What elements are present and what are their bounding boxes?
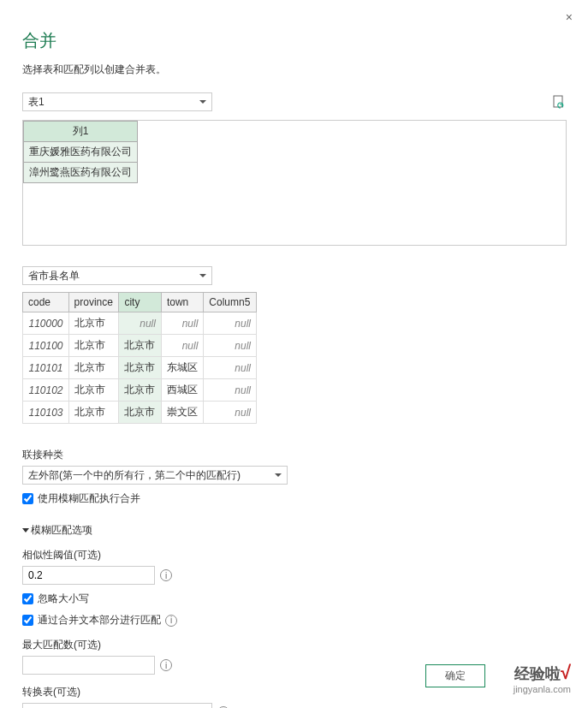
close-icon[interactable]: × xyxy=(566,10,573,24)
dialog-subtitle: 选择表和匹配列以创建合并表。 xyxy=(22,62,566,77)
ignore-case-label: 忽略大小写 xyxy=(38,592,89,606)
transform-table-dropdown[interactable] xyxy=(22,703,212,708)
ok-button[interactable]: 确定 xyxy=(425,664,485,687)
match-text-parts-label: 通过合并文本部分进行匹配 xyxy=(38,613,161,628)
table-cell[interactable]: null xyxy=(204,357,257,379)
fuzzy-match-checkbox-row[interactable]: 使用模糊匹配执行合并 xyxy=(22,491,566,506)
table-cell[interactable]: 110000 xyxy=(23,312,69,335)
table-cell[interactable]: 北京市 xyxy=(68,312,119,335)
table-cell[interactable]: null xyxy=(161,335,203,357)
table-cell[interactable]: 北京市 xyxy=(68,402,119,424)
dialog-title: 合并 xyxy=(22,29,566,52)
table-cell[interactable]: null xyxy=(119,312,161,335)
table-cell[interactable]: null xyxy=(204,312,257,335)
table-cell[interactable]: 110103 xyxy=(23,402,69,424)
table-cell[interactable]: 东城区 xyxy=(161,357,203,379)
ignore-case-row[interactable]: 忽略大小写 xyxy=(22,592,566,606)
column-header[interactable]: city xyxy=(119,293,161,312)
preview-col-header[interactable]: 列1 xyxy=(24,122,138,142)
table-cell[interactable]: 北京市 xyxy=(68,335,119,357)
info-icon[interactable]: i xyxy=(160,659,172,671)
table-cell[interactable]: null xyxy=(204,335,257,357)
max-matches-input[interactable] xyxy=(22,656,155,675)
column-header[interactable]: code xyxy=(23,293,69,312)
table-cell[interactable]: 崇文区 xyxy=(161,402,203,424)
table-row[interactable]: 110103北京市北京市崇文区null xyxy=(23,402,257,424)
table-cell[interactable]: 北京市 xyxy=(119,335,161,357)
table-cell[interactable]: null xyxy=(204,402,257,424)
table-cell[interactable]: null xyxy=(161,312,203,335)
table-row[interactable]: 110101北京市北京市东城区null xyxy=(23,357,257,379)
column-header[interactable]: Column5 xyxy=(204,293,257,312)
column-header[interactable]: province xyxy=(68,293,119,312)
table-cell[interactable]: 北京市 xyxy=(119,379,161,402)
source1-selected: 表1 xyxy=(28,95,45,110)
table-cell[interactable]: 110100 xyxy=(23,335,69,357)
info-icon[interactable]: i xyxy=(160,569,172,581)
threshold-label: 相似性阈值(可选) xyxy=(22,548,566,562)
info-icon[interactable]: i xyxy=(165,615,177,627)
join-kind-label: 联接种类 xyxy=(22,448,566,462)
source2-dropdown[interactable]: 省市县名单 xyxy=(22,266,212,285)
table-cell[interactable]: 北京市 xyxy=(119,357,161,379)
preview-cell[interactable]: 漳州鹭燕医药有限公司 xyxy=(24,163,138,183)
threshold-input[interactable] xyxy=(22,566,155,585)
table-cell[interactable]: 110101 xyxy=(23,357,69,379)
table-cell[interactable]: 110102 xyxy=(23,379,69,402)
fuzzy-match-label: 使用模糊匹配执行合并 xyxy=(38,491,140,506)
table-cell[interactable]: 北京市 xyxy=(68,379,119,402)
column-header[interactable]: town xyxy=(161,293,203,312)
table-cell[interactable]: 西城区 xyxy=(161,379,203,402)
table-row[interactable]: 110000北京市nullnullnull xyxy=(23,312,257,335)
source1-dropdown[interactable]: 表1 xyxy=(22,92,212,111)
join-kind-selected: 左外部(第一个中的所有行，第二个中的匹配行) xyxy=(28,468,241,483)
source1-preview: 列1 重庆媛雅医药有限公司漳州鹭燕医药有限公司 xyxy=(22,120,567,246)
ignore-case-checkbox[interactable] xyxy=(22,593,33,604)
match-text-parts-row[interactable]: 通过合并文本部分进行匹配 i xyxy=(22,613,566,628)
max-matches-label: 最大匹配数(可选) xyxy=(22,638,566,652)
table-cell[interactable]: null xyxy=(204,379,257,402)
fuzzy-options-expander[interactable]: 模糊匹配选项 xyxy=(22,523,566,538)
source2-selected: 省市县名单 xyxy=(28,269,80,283)
join-kind-dropdown[interactable]: 左外部(第一个中的所有行，第二个中的匹配行) xyxy=(22,466,288,485)
watermark: 经验啦√ jingyanla.com xyxy=(514,662,571,694)
table-cell[interactable]: 北京市 xyxy=(119,402,161,424)
table-row[interactable]: 110102北京市北京市西城区null xyxy=(23,379,257,402)
preview-cell[interactable]: 重庆媛雅医药有限公司 xyxy=(24,142,138,163)
table-row[interactable]: 110100北京市北京市nullnull xyxy=(23,335,257,357)
match-text-parts-checkbox[interactable] xyxy=(22,615,33,626)
chevron-down-icon xyxy=(22,528,29,532)
fuzzy-options-label: 模糊匹配选项 xyxy=(31,523,92,538)
table-cell[interactable]: 北京市 xyxy=(68,357,119,379)
source1-preview-table[interactable]: 列1 重庆媛雅医药有限公司漳州鹭燕医药有限公司 xyxy=(23,121,138,183)
refresh-icon[interactable] xyxy=(552,95,566,109)
source2-preview-table[interactable]: codeprovincecitytownColumn5 110000北京市nul… xyxy=(22,292,257,424)
fuzzy-match-checkbox[interactable] xyxy=(22,493,33,504)
